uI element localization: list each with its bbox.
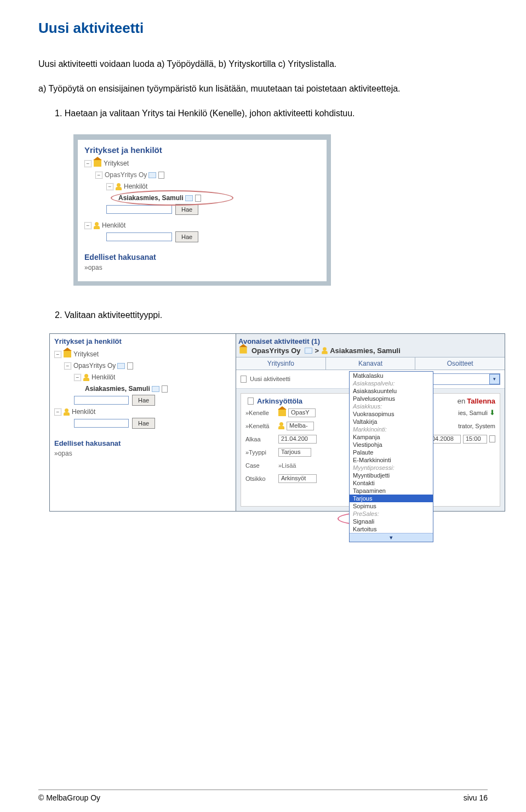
- card-icon: [152, 386, 159, 392]
- dropdown-item[interactable]: Matkalasku: [350, 372, 433, 379]
- panel-heading: Yritykset ja henkilöt: [54, 337, 231, 345]
- tree-company[interactable]: OpasYritys Oy: [105, 171, 147, 179]
- dropdown-item[interactable]: Palaute: [350, 448, 433, 456]
- dropdown-item[interactable]: E-Markkinointi: [350, 456, 433, 464]
- collapse-icon[interactable]: −: [54, 408, 61, 416]
- dropdown-item: Markkinointi:: [350, 425, 433, 433]
- house-icon: [94, 160, 101, 167]
- person-icon: [94, 222, 100, 229]
- search-button[interactable]: Hae: [132, 418, 155, 429]
- label-tyyppi: »Tyyppi: [245, 449, 278, 456]
- collapse-icon[interactable]: −: [95, 172, 102, 179]
- dropdown-item[interactable]: Viestipohja: [350, 441, 433, 448]
- tab-osoitteet[interactable]: Osoitteet: [415, 357, 505, 370]
- page-icon: [162, 385, 168, 393]
- tree-search-input-2[interactable]: [106, 232, 172, 241]
- house-icon: [64, 351, 71, 357]
- collapse-icon[interactable]: −: [106, 183, 113, 190]
- collapse-icon[interactable]: −: [84, 160, 92, 167]
- search-history-heading: Edelliset hakusanat: [84, 253, 320, 262]
- collapse-icon[interactable]: −: [84, 222, 92, 229]
- step-2: 2. Valitaan aktiviteettityyppi.: [38, 309, 488, 321]
- tree-root-people[interactable]: Henkilöt: [102, 222, 125, 229]
- tree-selected-person[interactable]: Asiakasmies, Samuli: [118, 194, 184, 202]
- tab-yritysinfo[interactable]: Yritysinfo: [236, 357, 325, 370]
- panel-heading: Yritykset ja henkilöt: [84, 145, 320, 155]
- kenelle-field[interactable]: OpasY: [288, 408, 316, 417]
- dropdown-item[interactable]: Tapaaminen: [350, 487, 433, 495]
- chevron-down-icon[interactable]: ▾: [489, 374, 500, 384]
- person-icon: [278, 422, 284, 429]
- title-field[interactable]: Arkinsyöt: [278, 474, 317, 483]
- calendar-icon[interactable]: [489, 435, 495, 442]
- tab-kanavat[interactable]: Kanavat: [325, 357, 415, 370]
- dropdown-item: Asiakkuus:: [350, 402, 433, 410]
- tree-root-companies[interactable]: Yritykset: [104, 160, 129, 167]
- save-button[interactable]: Tallenna: [467, 397, 495, 405]
- dropdown-item[interactable]: Kontakti: [350, 479, 433, 487]
- tree-people-label[interactable]: Henkilöt: [92, 373, 115, 381]
- dropdown-item[interactable]: Tarjous: [350, 495, 433, 502]
- dropdown-item[interactable]: Sopimus: [350, 502, 433, 510]
- breadcrumb-person[interactable]: Asiakasmies, Samuli: [330, 347, 401, 355]
- tree-search-input-1[interactable]: [74, 396, 129, 405]
- search-history-item[interactable]: »opas: [84, 264, 320, 271]
- kenelta-suffix: trator, System: [458, 423, 495, 429]
- house-icon: [239, 348, 247, 354]
- card-icon: [148, 172, 156, 178]
- label-kenelta: »Keneltä: [245, 423, 278, 429]
- chevron-down-icon[interactable]: ▾: [350, 533, 433, 542]
- dropdown-item: PreSales:: [350, 510, 433, 518]
- end-date-field[interactable]: 04.2008: [429, 435, 461, 444]
- label-case: Case: [245, 462, 278, 469]
- collapse-icon[interactable]: −: [74, 374, 81, 381]
- new-activity-label: Uusi aktiviteetti: [250, 376, 290, 382]
- open-activities-heading: Avonaiset aktiviteetit (1): [238, 337, 505, 345]
- page-icon: [195, 195, 201, 202]
- label-alkaa: Alkaa: [245, 436, 278, 442]
- tree-root-people[interactable]: Henkilöt: [72, 408, 95, 416]
- type-dropdown[interactable]: MatkalaskuAsiakaspalvelu:Asiakaskuuntelu…: [349, 371, 433, 542]
- collapse-icon[interactable]: −: [64, 362, 71, 370]
- arrow-down-icon[interactable]: ⬇: [489, 408, 495, 417]
- kenelle-suffix: ies, Samuli: [458, 410, 488, 416]
- search-button[interactable]: Hae: [175, 231, 198, 242]
- case-add-link[interactable]: »Lisää: [278, 462, 296, 469]
- dropdown-item[interactable]: Kampanja: [350, 433, 433, 441]
- tree-root-companies[interactable]: Yritykset: [73, 350, 99, 358]
- dropdown-item[interactable]: Myyntibudjetti: [350, 472, 433, 479]
- page-icon: [241, 376, 247, 383]
- dropdown-item[interactable]: Signaali: [350, 518, 433, 525]
- dropdown-item: Myyntiprosessi:: [350, 464, 433, 472]
- tree-company[interactable]: OpasYritys Oy: [73, 362, 116, 370]
- dropdown-item[interactable]: Valtakirja: [350, 418, 433, 425]
- person-icon: [64, 408, 70, 416]
- page-icon: [158, 172, 164, 179]
- tree-search-input-1[interactable]: [106, 205, 172, 214]
- type-field[interactable]: Tarjous: [278, 448, 311, 457]
- card-icon: [305, 348, 312, 354]
- dropdown-item[interactable]: Kartoitus: [350, 525, 433, 533]
- dropdown-item[interactable]: Palvelusopimus: [350, 395, 433, 402]
- kenelta-field[interactable]: Melba-: [287, 422, 314, 430]
- tree-selected-person[interactable]: Asiakasmies, Samuli: [85, 385, 150, 393]
- footer-page-number: sivu 16: [464, 793, 488, 802]
- end-time-field[interactable]: 15:00: [463, 435, 487, 444]
- step-1: 1. Haetaan ja valitaan Yritys tai Henkil…: [38, 107, 488, 120]
- start-date-field[interactable]: 21.04.200: [278, 435, 317, 444]
- search-button[interactable]: Hae: [175, 204, 198, 215]
- label-kenelle: »Kenelle: [245, 410, 278, 416]
- search-button[interactable]: Hae: [132, 395, 155, 406]
- search-history-item[interactable]: »opas: [54, 450, 231, 457]
- desk-paragraph: a) Työpöytä on ensisijainen työympäristö…: [38, 82, 488, 95]
- breadcrumb-company[interactable]: OpasYritys Oy: [251, 347, 301, 355]
- tree-search-input-2[interactable]: [74, 419, 129, 428]
- page-title: Uusi aktiviteetti: [38, 20, 488, 37]
- dropdown-item[interactable]: Asiakaskuuntelu: [350, 387, 433, 395]
- screenshot-panel-1: Yritykset ja henkilöt −Yritykset −OpasYr…: [73, 134, 331, 286]
- label-otsikko: Otsikko: [245, 475, 278, 482]
- tree-people-label[interactable]: Henkilöt: [124, 183, 147, 190]
- page-icon: [248, 398, 254, 405]
- dropdown-item[interactable]: Vuokrasopimus: [350, 410, 433, 418]
- collapse-icon[interactable]: −: [54, 351, 61, 358]
